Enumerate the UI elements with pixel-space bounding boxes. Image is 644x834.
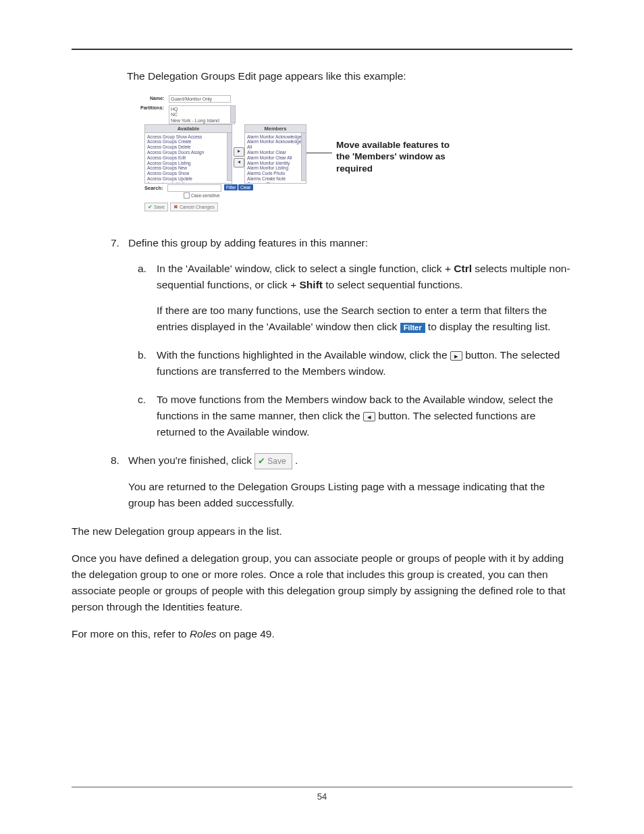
- list-item: Alarms Code Photo: [247, 171, 304, 176]
- available-scrollbar[interactable]: [227, 132, 232, 181]
- move-left-button[interactable]: ◂: [234, 158, 244, 167]
- list-item: Access Groups New: [147, 165, 230, 171]
- callout-text: Move available features to the 'Members'…: [336, 139, 464, 175]
- substep-letter: c.: [138, 392, 146, 408]
- inline-left-arrow-button[interactable]: ◂: [363, 412, 375, 421]
- list-item: Alarm Monitor Identity: [247, 161, 304, 166]
- delegation-edit-figure: Name: Guard/Monitor Only Partitions: HQ …: [143, 96, 521, 216]
- step-7-text: Define this group by adding features in …: [128, 237, 368, 249]
- list-item: Alarm Monitor Acknowledge All: [247, 139, 304, 150]
- body-para-2: Once you have defined a delegation group…: [72, 550, 572, 615]
- list-item: Access Groups Edit: [147, 155, 230, 161]
- inline-right-arrow-button[interactable]: ▸: [450, 351, 462, 361]
- step-7c: c. To move functions from the Members wi…: [138, 392, 572, 440]
- page-number: 54: [317, 791, 327, 802]
- list-item: Access Group Show Access: [147, 134, 230, 140]
- save-label: Save: [154, 205, 165, 209]
- instruction-list: 7. Define this group by adding features …: [111, 235, 572, 511]
- substep-letter: a.: [138, 261, 146, 277]
- figure-save-button[interactable]: ✔Save: [144, 203, 168, 211]
- list-item: Access Groups Create: [147, 139, 230, 145]
- check-icon: ✔: [258, 456, 265, 466]
- available-list[interactable]: Access Group Show Access Access Groups C…: [144, 132, 232, 184]
- roles-link: Roles: [190, 628, 217, 640]
- list-item: Access Groups Doors Assign: [147, 150, 230, 155]
- list-item: Access Levels Listing: [147, 182, 230, 184]
- list-item: Alarms Create Note: [247, 176, 304, 182]
- partitions-scrollbar[interactable]: [230, 105, 236, 123]
- step-number: 7.: [111, 235, 119, 251]
- step-7a-frag3: to select sequential functions.: [323, 279, 463, 290]
- step-7a-frag1: In the 'Available' window, click to sele…: [157, 263, 454, 274]
- inline-save-button[interactable]: ✔Save: [254, 453, 292, 469]
- step-7a-para2: If there are too many functions, use the…: [157, 303, 572, 335]
- figure-cancel-button[interactable]: ✖Cancel Changes: [170, 203, 218, 211]
- step-7: 7. Define this group by adding features …: [111, 235, 572, 440]
- list-item: Access Groups Delete: [147, 145, 230, 150]
- partitions-label: Partitions:: [140, 105, 164, 110]
- top-rule: [72, 49, 572, 50]
- clear-button[interactable]: Clear: [238, 184, 253, 190]
- list-item: Alarm Monitor Listing: [247, 165, 304, 171]
- step-number: 8.: [111, 452, 119, 469]
- move-right-button[interactable]: ▸: [234, 147, 244, 157]
- search-input[interactable]: [167, 184, 221, 192]
- step-7b-frag1: With the functions highlighted in the Av…: [157, 349, 450, 361]
- step-8-frag2: .: [295, 454, 298, 466]
- partition-item: HQ: [171, 107, 233, 113]
- step-7a: a. In the 'Available' window, click to s…: [138, 261, 572, 335]
- partition-item: NC: [171, 112, 233, 118]
- inline-filter-button[interactable]: Filter: [400, 323, 425, 333]
- partitions-select[interactable]: HQ NC New York - Long Island Warehouse: [169, 105, 235, 124]
- body-para-1: The new Delegation group appears in the …: [72, 523, 572, 540]
- step-8: 8. When you're finished, click ✔Save . Y…: [111, 452, 572, 511]
- list-item: Alarm Monitor Acknowledge: [247, 134, 304, 140]
- cancel-label: Cancel Changes: [180, 205, 215, 209]
- name-label: Name:: [150, 96, 164, 101]
- filter-button[interactable]: Filter: [224, 184, 238, 190]
- x-icon: ✖: [173, 204, 178, 210]
- search-label: Search:: [144, 185, 163, 191]
- step-7b: b. With the functions highlighted in the…: [138, 347, 572, 380]
- list-item: Access Groups Listing: [147, 161, 230, 166]
- step-8-frag1: When you're finished, click: [128, 454, 254, 466]
- callout-connector: [306, 153, 332, 153]
- checkbox-icon: [184, 192, 190, 199]
- body3-frag2: on page 49.: [217, 628, 275, 640]
- body3-frag1: For more on this, refer to: [72, 628, 190, 640]
- save-label: Save: [267, 457, 286, 466]
- case-sensitive-label: Case-sensitive: [191, 193, 220, 198]
- list-item: Access Groups Show: [147, 171, 230, 176]
- check-icon: ✔: [148, 204, 153, 210]
- step-8-result: You are returned to the Delegation Group…: [128, 479, 572, 511]
- intro-text: The Delegation Groups Edit page appears …: [127, 69, 572, 84]
- list-item: Alarm Monitor Clear: [247, 150, 304, 155]
- list-item: Access Groups Update: [147, 176, 230, 182]
- ctrl-key: Ctrl: [454, 263, 472, 274]
- members-scrollbar[interactable]: [301, 132, 306, 181]
- body-para-3: For more on this, refer to Roles on page…: [72, 626, 572, 642]
- page-footer: 54: [72, 787, 572, 802]
- list-item: Cameras Show: [247, 182, 304, 184]
- step-7a-p2-frag2: to display the resulting list.: [428, 321, 551, 332]
- case-sensitive-checkbox-wrap[interactable]: Case-sensitive: [184, 192, 220, 199]
- name-input[interactable]: Guard/Monitor Only: [169, 95, 231, 103]
- list-item: Alarm Monitor Clear All: [247, 155, 304, 161]
- substep-letter: b.: [138, 347, 146, 363]
- step-7-substeps: a. In the 'Available' window, click to s…: [138, 261, 572, 440]
- members-list[interactable]: Alarm Monitor Acknowledge Alarm Monitor …: [244, 132, 306, 184]
- shift-key: Shift: [300, 279, 323, 290]
